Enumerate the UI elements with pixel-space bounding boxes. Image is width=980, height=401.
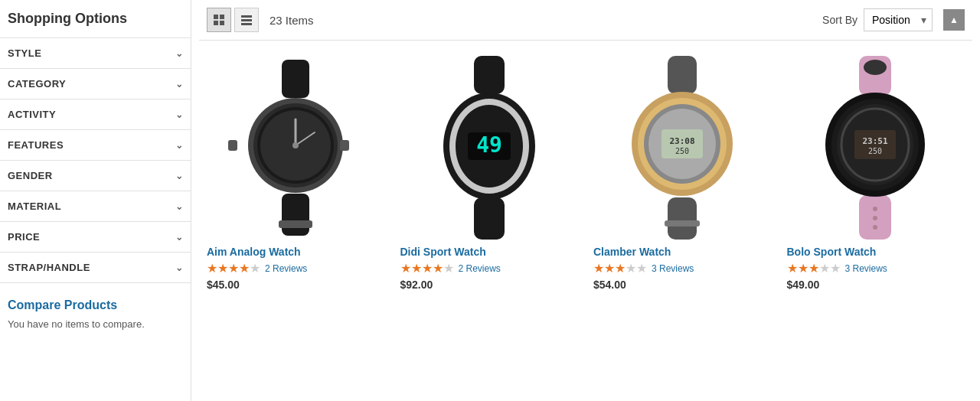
filter-item-gender[interactable]: GENDER⌄ xyxy=(0,161,191,191)
svg-rect-1 xyxy=(220,15,224,19)
product-price: $92.00 xyxy=(400,279,579,291)
product-info: Clamber Watch ★★★★★ 3 Reviews $54.00 xyxy=(593,240,772,297)
compare-title: Compare Products xyxy=(8,298,183,312)
star-empty: ★ xyxy=(443,261,454,275)
filter-item-strap-handle[interactable]: STRAP/HANDLE⌄ xyxy=(0,253,191,283)
product-card: Aim Analog Watch ★★★★★ 2 Reviews $45.00 xyxy=(207,56,385,297)
star-empty: ★ xyxy=(636,261,647,275)
sort-section: Sort By Position Name Price ▲ xyxy=(822,8,965,31)
svg-point-48 xyxy=(864,60,887,75)
product-image: 23:51 250 xyxy=(787,56,965,240)
chevron-down-icon: ⌄ xyxy=(175,262,184,273)
chevron-down-icon: ⌄ xyxy=(175,48,184,59)
product-image: 49 xyxy=(400,56,579,240)
toolbar: 23 Items Sort By Position Name Price ▲ xyxy=(199,0,972,41)
product-info: Aim Analog Watch ★★★★★ 2 Reviews $45.00 xyxy=(207,240,385,297)
svg-point-39 xyxy=(873,216,877,220)
product-name[interactable]: Aim Analog Watch xyxy=(207,246,385,258)
chevron-down-icon: ⌄ xyxy=(175,232,184,243)
filter-label: FEATURES xyxy=(8,139,64,151)
svg-rect-4 xyxy=(241,15,252,18)
filter-label: PRICE xyxy=(8,231,40,243)
compare-note: You have no items to compare. xyxy=(8,318,183,330)
svg-rect-3 xyxy=(220,21,224,25)
product-name[interactable]: Clamber Watch xyxy=(593,246,772,258)
chevron-down-icon: ⌄ xyxy=(175,140,184,151)
svg-point-18 xyxy=(292,142,299,148)
star-rating: ★★★★★ xyxy=(787,261,841,275)
grid-view-button[interactable] xyxy=(207,8,231,32)
svg-text:23:51: 23:51 xyxy=(863,136,888,146)
svg-rect-20 xyxy=(474,197,505,240)
filter-item-material[interactable]: MATERIAL⌄ xyxy=(0,191,191,222)
svg-rect-9 xyxy=(279,220,312,228)
sort-select[interactable]: Position Name Price xyxy=(864,8,933,31)
product-price: $49.00 xyxy=(787,279,965,291)
chevron-down-icon: ⌄ xyxy=(175,201,184,212)
svg-rect-5 xyxy=(241,19,252,21)
star-empty: ★ xyxy=(250,261,260,275)
star-empty: ★ xyxy=(819,261,830,275)
svg-text:23:08: 23:08 xyxy=(669,136,694,146)
reviews-link[interactable]: 3 Reviews xyxy=(652,263,694,274)
product-name[interactable]: Bolo Sport Watch xyxy=(787,246,965,258)
svg-rect-15 xyxy=(228,140,237,151)
svg-text:250: 250 xyxy=(868,147,882,155)
sidebar-title: Shopping Options xyxy=(0,0,191,38)
reviews-link[interactable]: 2 Reviews xyxy=(459,263,501,274)
svg-rect-26 xyxy=(668,56,697,94)
star-filled: ★ xyxy=(615,261,626,275)
compare-section: Compare Products You have no items to co… xyxy=(0,283,191,345)
sort-select-wrap: Position Name Price xyxy=(864,8,933,31)
filter-label: MATERIAL xyxy=(8,200,61,212)
product-image: 23:08 250 xyxy=(593,56,772,240)
item-count: 23 Items xyxy=(270,14,822,27)
star-filled: ★ xyxy=(604,261,615,275)
star-filled: ★ xyxy=(433,261,443,275)
filter-item-category[interactable]: CATEGORY⌄ xyxy=(0,69,191,99)
star-filled: ★ xyxy=(228,261,239,275)
star-filled: ★ xyxy=(422,261,433,275)
stars-row: ★★★★★ 3 Reviews xyxy=(593,261,772,275)
stars-row: ★★★★★ 3 Reviews xyxy=(787,261,965,275)
product-price: $45.00 xyxy=(207,279,385,291)
sort-direction-button[interactable]: ▲ xyxy=(943,9,965,31)
svg-rect-8 xyxy=(282,194,309,236)
filter-item-activity[interactable]: ACTIVITY⌄ xyxy=(0,99,191,130)
filter-label: ACTIVITY xyxy=(8,109,56,120)
svg-text:49: 49 xyxy=(476,132,502,158)
reviews-link[interactable]: 2 Reviews xyxy=(265,263,307,274)
compare-products-link[interactable]: Products xyxy=(64,298,117,311)
filter-label: CATEGORY xyxy=(8,78,66,90)
star-rating: ★★★★★ xyxy=(400,261,454,275)
star-filled: ★ xyxy=(411,261,422,275)
star-filled: ★ xyxy=(798,261,808,275)
star-filled: ★ xyxy=(239,261,250,275)
filter-item-features[interactable]: FEATURES⌄ xyxy=(0,130,191,161)
star-filled: ★ xyxy=(217,261,228,275)
chevron-down-icon: ⌄ xyxy=(175,109,184,120)
stars-row: ★★★★★ 2 Reviews xyxy=(400,261,579,275)
products-grid: Aim Analog Watch ★★★★★ 2 Reviews $45.00 … xyxy=(199,48,972,305)
list-view-button[interactable] xyxy=(234,8,259,32)
product-card: 23:08 250 Clamber Watch ★★★★★ 3 Reviews … xyxy=(593,56,772,297)
filter-label: GENDER xyxy=(8,170,53,181)
svg-rect-6 xyxy=(241,23,252,25)
svg-rect-7 xyxy=(282,60,309,98)
filter-item-price[interactable]: PRICE⌄ xyxy=(0,222,191,253)
product-name[interactable]: Didi Sport Watch xyxy=(400,246,579,258)
star-filled: ★ xyxy=(593,261,604,275)
svg-point-40 xyxy=(873,225,877,230)
svg-rect-14 xyxy=(340,140,349,151)
filter-item-style[interactable]: STYLE⌄ xyxy=(0,38,191,69)
svg-point-38 xyxy=(873,207,877,211)
star-empty: ★ xyxy=(626,261,636,275)
product-card: 49 Didi Sport Watch ★★★★★ 2 Reviews $92.… xyxy=(400,56,579,297)
star-filled: ★ xyxy=(400,261,411,275)
chevron-down-icon: ⌄ xyxy=(175,79,184,90)
reviews-link[interactable]: 3 Reviews xyxy=(845,263,887,274)
star-empty: ★ xyxy=(830,261,841,275)
svg-rect-27 xyxy=(668,197,697,240)
filter-label: STRAP/HANDLE xyxy=(8,262,90,273)
product-info: Didi Sport Watch ★★★★★ 2 Reviews $92.00 xyxy=(400,240,579,297)
